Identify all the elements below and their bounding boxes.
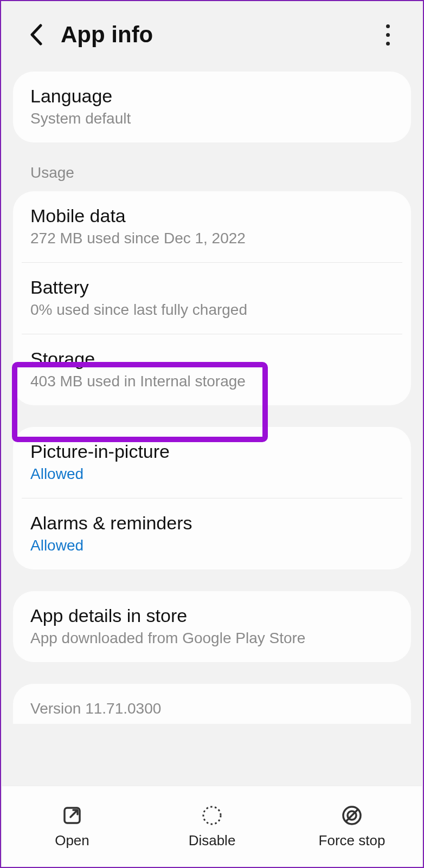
bottom-action-bar: Open Disable Force stop <box>2 786 422 867</box>
mobile-data-title: Mobile data <box>30 205 394 226</box>
storage-subtitle: 403 MB used in Internal storage <box>30 373 394 390</box>
mobile-data-row[interactable]: Mobile data 272 MB used since Dec 1, 202… <box>13 191 411 262</box>
back-icon[interactable] <box>23 21 50 48</box>
force-stop-button[interactable]: Force stop <box>282 786 422 867</box>
store-details-row[interactable]: App details in store App downloaded from… <box>13 591 411 662</box>
page-title: App info <box>61 22 374 48</box>
language-title: Language <box>30 86 394 107</box>
store-details-subtitle: App downloaded from Google Play Store <box>30 630 394 647</box>
version-text: Version 11.71.0300 <box>30 700 394 717</box>
storage-row[interactable]: Storage 403 MB used in Internal storage <box>13 334 411 405</box>
disable-button[interactable]: Disable <box>142 786 282 867</box>
disable-label: Disable <box>189 832 236 849</box>
storage-title: Storage <box>30 348 394 370</box>
language-row[interactable]: Language System default <box>13 72 411 142</box>
force-stop-label: Force stop <box>319 832 386 849</box>
header-bar: App info <box>1 1 423 72</box>
language-subtitle: System default <box>30 110 394 127</box>
language-card: Language System default <box>13 72 411 142</box>
alarms-subtitle: Allowed <box>30 537 394 554</box>
version-card: Version 11.71.0300 <box>13 684 411 724</box>
store-details-card: App details in store App downloaded from… <box>13 591 411 662</box>
disable-icon <box>201 804 223 827</box>
battery-subtitle: 0% used since last fully charged <box>30 301 394 319</box>
alarms-row[interactable]: Alarms & reminders Allowed <box>13 498 411 569</box>
open-button[interactable]: Open <box>2 786 142 867</box>
usage-section-label: Usage <box>1 164 423 191</box>
pip-title: Picture-in-picture <box>30 441 394 462</box>
mobile-data-subtitle: 272 MB used since Dec 1, 2022 <box>30 230 394 247</box>
open-icon <box>61 804 83 827</box>
more-options-icon[interactable] <box>374 21 401 48</box>
usage-card: Mobile data 272 MB used since Dec 1, 202… <box>13 191 411 405</box>
permissions-card: Picture-in-picture Allowed Alarms & remi… <box>13 427 411 569</box>
force-stop-icon <box>341 804 363 827</box>
pip-subtitle: Allowed <box>30 465 394 483</box>
alarms-title: Alarms & reminders <box>30 513 394 534</box>
battery-row[interactable]: Battery 0% used since last fully charged <box>13 263 411 334</box>
open-label: Open <box>55 832 89 849</box>
battery-title: Battery <box>30 277 394 298</box>
pip-row[interactable]: Picture-in-picture Allowed <box>13 427 411 498</box>
store-details-title: App details in store <box>30 605 394 626</box>
svg-point-1 <box>203 807 221 824</box>
